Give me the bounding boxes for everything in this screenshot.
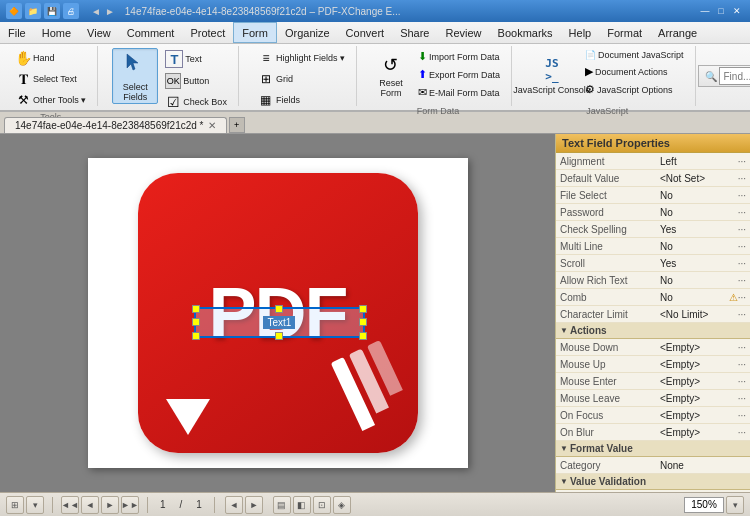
props-val-mouse-leave: <Empty> — [660, 393, 738, 404]
props-section-format-value[interactable]: ▼ Format Value — [556, 441, 750, 457]
props-menu-file-select[interactable]: ··· — [738, 190, 746, 201]
props-panel: Text Field Properties Alignment Left ···… — [555, 134, 750, 492]
export-form-button[interactable]: ⬆ Export Form Data — [413, 66, 505, 83]
zoom-input[interactable] — [684, 497, 724, 513]
props-menu-comb[interactable]: ··· — [738, 292, 746, 303]
status-icon-2[interactable]: ▾ — [26, 496, 44, 514]
reset-form-button[interactable]: ↺ ResetForm — [371, 48, 411, 104]
status-icon-1[interactable]: ⊞ — [6, 496, 24, 514]
props-menu-on-blur[interactable]: ··· — [738, 427, 746, 438]
js-console-button[interactable]: JS>_ JavaScript Console — [526, 48, 578, 104]
resize-handle-tr[interactable] — [359, 305, 367, 313]
resize-handle-bm[interactable] — [275, 332, 283, 340]
props-menu-default-value[interactable]: ··· — [738, 173, 746, 184]
props-row-multi-line: Multi Line No ··· — [556, 238, 750, 255]
doc-tab[interactable]: 14e74fae-e04e-4e14-8e23848569f21c2d * ✕ — [4, 117, 227, 133]
nav-next-button[interactable]: ► — [101, 496, 119, 514]
resize-handle-bl[interactable] — [192, 332, 200, 340]
grid-label: Grid — [276, 74, 293, 84]
nav-last-button[interactable]: ►► — [121, 496, 139, 514]
doc-tab-close[interactable]: ✕ — [208, 120, 216, 131]
hand-icon: ✋ — [15, 50, 31, 66]
text-label: Text — [185, 54, 202, 64]
props-menu-multi-line[interactable]: ··· — [738, 241, 746, 252]
fields-button[interactable]: ▦ Fields — [253, 90, 350, 110]
menu-home[interactable]: Home — [34, 22, 79, 43]
menu-organize[interactable]: Organize — [277, 22, 338, 43]
close-button[interactable]: ✕ — [730, 4, 744, 18]
button-button[interactable]: OK Button — [160, 71, 232, 91]
menu-format[interactable]: Format — [599, 22, 650, 43]
props-menu-alignment[interactable]: ··· — [738, 156, 746, 167]
text-icon: T — [165, 50, 183, 68]
menu-review[interactable]: Review — [437, 22, 489, 43]
menu-bookmarks[interactable]: Bookmarks — [490, 22, 561, 43]
value-validation-arrow-icon: ▼ — [560, 477, 568, 486]
ribbon-group-javascript: JS>_ JavaScript Console 📄 Document JavaS… — [520, 46, 696, 106]
resize-handle-tm[interactable] — [275, 305, 283, 313]
menu-form[interactable]: Form — [233, 22, 277, 43]
find-icon: 🔍 — [705, 71, 717, 82]
status-zoom: ▾ — [684, 496, 744, 514]
props-menu-mouse-down[interactable]: ··· — [738, 342, 746, 353]
menu-comment[interactable]: Comment — [119, 22, 183, 43]
select-text-button[interactable]: 𝐓 Select Text — [10, 69, 91, 89]
props-menu-mouse-leave[interactable]: ··· — [738, 393, 746, 404]
actions-arrow-icon: ▼ — [560, 326, 568, 335]
props-menu-password[interactable]: ··· — [738, 207, 746, 218]
find-input[interactable] — [719, 67, 751, 85]
props-menu-char-limit[interactable]: ··· — [738, 309, 746, 320]
title-controls[interactable]: — □ ✕ — [698, 4, 744, 18]
nav-first-button[interactable]: ◄◄ — [61, 496, 79, 514]
highlight-fields-button[interactable]: ≡ Highlight Fields ▾ — [253, 48, 350, 68]
menu-arrange[interactable]: Arrange — [650, 22, 705, 43]
zoom-dropdown-button[interactable]: ▾ — [726, 496, 744, 514]
value-validation-label: Value Validation — [570, 476, 646, 487]
view-icon-4[interactable]: ◈ — [333, 496, 351, 514]
props-row-mouse-up: Mouse Up <Empty> ··· — [556, 356, 750, 373]
nav-prev-button[interactable]: ◄ — [81, 496, 99, 514]
menu-view[interactable]: View — [79, 22, 119, 43]
js-options-button[interactable]: ⚙ JavaScript Options — [580, 81, 689, 98]
menu-convert[interactable]: Convert — [338, 22, 393, 43]
text-button[interactable]: T Text — [160, 48, 232, 70]
nav-back-button[interactable]: ◄ — [225, 496, 243, 514]
props-val-comb: No — [660, 292, 729, 303]
import-form-button[interactable]: ⬇ Import Form Data — [413, 48, 505, 65]
doc-actions-button[interactable]: ▶ Document Actions — [580, 63, 689, 80]
nav-fwd-button[interactable]: ► — [245, 496, 263, 514]
props-section-actions[interactable]: ▼ Actions — [556, 323, 750, 339]
menu-help[interactable]: Help — [561, 22, 600, 43]
view-icon-3[interactable]: ⊡ — [313, 496, 331, 514]
new-tab-button[interactable]: + — [229, 117, 245, 133]
email-form-button[interactable]: ✉ E-Mail Form Data — [413, 84, 505, 101]
props-menu-rich-text[interactable]: ··· — [738, 275, 746, 286]
find-button[interactable]: 🔍 — [698, 65, 751, 87]
resize-handle-br[interactable] — [359, 332, 367, 340]
props-menu-scroll[interactable]: ··· — [738, 258, 746, 269]
props-menu-mouse-enter[interactable]: ··· — [738, 376, 746, 387]
grid-button[interactable]: ⊞ Grid — [253, 69, 350, 89]
select-fields-button[interactable]: SelectFields — [112, 48, 158, 104]
props-row-check-spelling: Check Spelling Yes ··· — [556, 221, 750, 238]
hand-button[interactable]: ✋ Hand — [10, 48, 91, 68]
props-menu-on-focus[interactable]: ··· — [738, 410, 746, 421]
props-menu-check-spelling[interactable]: ··· — [738, 224, 746, 235]
doc-js-button[interactable]: 📄 Document JavaScript — [580, 48, 689, 62]
view-icon-1[interactable]: ▤ — [273, 496, 291, 514]
minimize-button[interactable]: — — [698, 4, 712, 18]
menu-share[interactable]: Share — [392, 22, 437, 43]
menu-file[interactable]: File — [0, 22, 34, 43]
props-menu-mouse-up[interactable]: ··· — [738, 359, 746, 370]
menu-protect[interactable]: Protect — [182, 22, 233, 43]
resize-handle-mr[interactable] — [359, 318, 367, 326]
check-box-button[interactable]: ☑ Check Box — [160, 92, 232, 112]
form-data-buttons: ↺ ResetForm ⬇ Import Form Data ⬆ Export … — [371, 48, 505, 104]
resize-handle-tl[interactable] — [192, 305, 200, 313]
maximize-button[interactable]: □ — [714, 4, 728, 18]
view-icon-2[interactable]: ◧ — [293, 496, 311, 514]
other-tools-button[interactable]: ⚒ Other Tools ▾ — [10, 90, 91, 110]
resize-handle-ml[interactable] — [192, 318, 200, 326]
text-field-box[interactable]: Text1 — [194, 307, 365, 338]
props-section-value-validation[interactable]: ▼ Value Validation — [556, 474, 750, 490]
